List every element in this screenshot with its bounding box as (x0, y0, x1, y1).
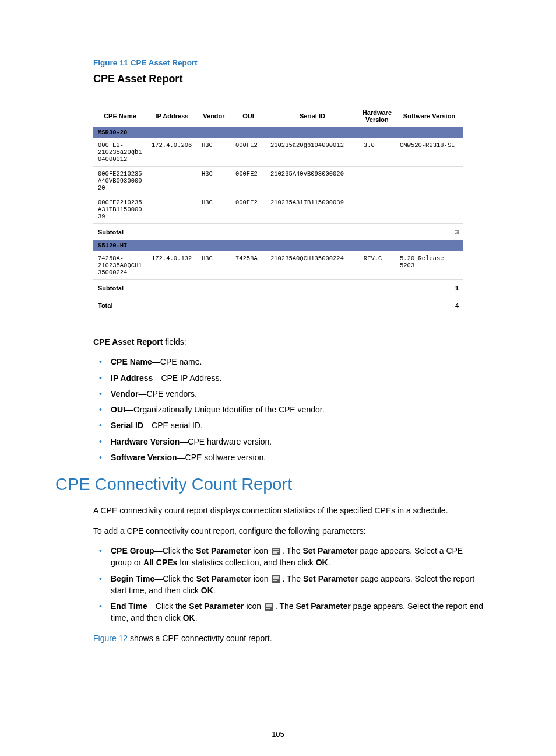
cell-cpe: 000FE2210235A31TB115000039 (93, 195, 147, 224)
t: . (213, 586, 216, 595)
col-header: Software Version (395, 106, 463, 127)
list-item: IP Address—CPE IP Address. (111, 372, 484, 384)
subtotal-row: Subtotal 1 (93, 280, 463, 297)
report-title: CPE Asset Report (93, 73, 501, 85)
cell-oui: 000FE2 (231, 195, 266, 224)
field-desc: —CPE IP Address. (153, 373, 221, 383)
t: Set Parameter (189, 601, 244, 611)
field-list: CPE Name—CPE name. IP Address—CPE IP Add… (93, 356, 484, 463)
cell-oui: 74258A (231, 251, 266, 280)
closing-rest: shows a CPE connectivity count report. (128, 634, 272, 643)
group-header-row: MSR30-20 (93, 127, 463, 138)
svg-rect-1 (273, 549, 279, 550)
field-desc: —Organizationally Unique Identifier of t… (125, 405, 325, 414)
field-desc: —CPE hardware version. (180, 437, 272, 446)
set-parameter-icon (272, 548, 280, 555)
cell-hw: 3.0 (359, 138, 395, 167)
t: OK (183, 613, 195, 622)
list-item: Software Version—CPE software version. (111, 452, 484, 463)
t: . (195, 613, 198, 622)
fields-intro: CPE Asset Report fields: (93, 336, 466, 348)
t: icon (251, 546, 270, 555)
total-label: Total (93, 296, 395, 313)
col-header: Vendor (197, 106, 231, 127)
field-name: Serial ID (111, 421, 143, 430)
svg-rect-11 (266, 608, 270, 609)
cell-hw (359, 195, 395, 224)
t: Set Parameter (196, 546, 251, 555)
list-item: CPE Group—Click the Set Parameter icon .… (111, 545, 484, 569)
svg-rect-5 (273, 576, 279, 578)
cell-vendor: H3C (197, 167, 231, 195)
set-parameter-icon (265, 603, 273, 611)
col-header: CPE Name (93, 106, 147, 127)
cell-ip: 172.4.0.132 (147, 251, 197, 280)
cell-vendor: H3C (197, 138, 231, 167)
t: . The (282, 546, 303, 555)
t: —Click the (154, 574, 196, 583)
t: . The (282, 574, 303, 583)
t: Set Parameter (303, 574, 358, 583)
cell-sw: 5.20 Release 5203 (395, 251, 463, 280)
report-divider (93, 90, 463, 90)
figure-link[interactable]: Figure 12 (93, 634, 128, 643)
closing-paragraph: Figure 12 shows a CPE connectivity count… (93, 632, 466, 644)
subtotal-value: 3 (395, 224, 463, 241)
table-row: 74258A-210235A0QCH135000224 172.4.0.132 … (93, 251, 463, 280)
list-item: End Time—Click the Set Parameter icon . … (111, 600, 484, 624)
cell-cpe: 000FE2210235A40VB093000020 (93, 167, 147, 195)
t: All CPEs (143, 558, 177, 567)
cell-hw: REV.C (359, 251, 395, 280)
param-name: Begin Time (111, 574, 154, 583)
field-name: CPE Name (111, 357, 152, 366)
body-paragraph: To add a CPE connectivity count report, … (93, 525, 466, 537)
t: Set Parameter (296, 601, 351, 611)
svg-rect-6 (273, 578, 279, 579)
param-name: CPE Group (111, 546, 154, 555)
t: —Click the (154, 546, 196, 555)
svg-rect-10 (266, 606, 272, 607)
table-row: 000FE2210235A40VB093000020 H3C 000FE2 21… (93, 167, 463, 195)
subtotal-label: Subtotal (93, 224, 395, 241)
field-desc: —CPE name. (152, 357, 202, 366)
group-label: S5120-HI (93, 240, 463, 251)
col-header: Hardware Version (359, 106, 395, 127)
cell-serial: 210235A40VB093000020 (266, 167, 359, 195)
table-row: 000FE2-210235a20gb104000012 172.4.0.206 … (93, 138, 463, 167)
subtotal-row: Subtotal 3 (93, 224, 463, 241)
body-paragraph: A CPE connectivity count report displays… (93, 505, 466, 516)
t: for statistics collection, and then clic… (177, 558, 315, 567)
cell-ip: 172.4.0.206 (147, 138, 197, 167)
total-row: Total 4 (93, 296, 463, 313)
field-name: Hardware Version (111, 437, 180, 446)
list-item: Hardware Version—CPE hardware version. (111, 436, 484, 447)
cell-sw (395, 167, 463, 195)
subtotal-value: 1 (395, 280, 463, 297)
field-desc: —CPE software version. (177, 453, 266, 462)
t: —Click the (147, 601, 189, 611)
param-name: End Time (111, 601, 147, 611)
fields-intro-bold: CPE Asset Report (93, 337, 163, 346)
cell-ip (147, 195, 197, 224)
field-name: IP Address (111, 373, 153, 383)
col-header: IP Address (147, 106, 197, 127)
table-row: 000FE2210235A31TB115000039 H3C 000FE2 21… (93, 195, 463, 224)
list-item: Begin Time—Click the Set Parameter icon … (111, 573, 484, 597)
section-heading: CPE Connectivity Count Report (55, 475, 501, 494)
svg-rect-2 (273, 551, 279, 552)
t: icon (251, 574, 270, 583)
cell-cpe: 74258A-210235A0QCH135000224 (93, 251, 147, 280)
list-item: OUI—Organizationally Unique Identifier o… (111, 404, 484, 415)
cell-serial: 210235A0QCH135000224 (266, 251, 359, 280)
table-header-row: CPE Name IP Address Vendor OUI Serial ID… (93, 106, 463, 127)
cell-cpe: 000FE2-210235a20gb104000012 (93, 138, 147, 167)
total-value: 4 (395, 296, 463, 313)
t: . (328, 558, 330, 567)
cell-serial: 210235A31TB115000039 (266, 195, 359, 224)
cell-serial: 210235a20gb104000012 (266, 138, 359, 167)
list-item: Vendor—CPE vendors. (111, 388, 484, 400)
cell-vendor: H3C (197, 251, 231, 280)
field-name: Software Version (111, 453, 177, 462)
set-parameter-icon (272, 575, 280, 583)
col-header: OUI (231, 106, 266, 127)
